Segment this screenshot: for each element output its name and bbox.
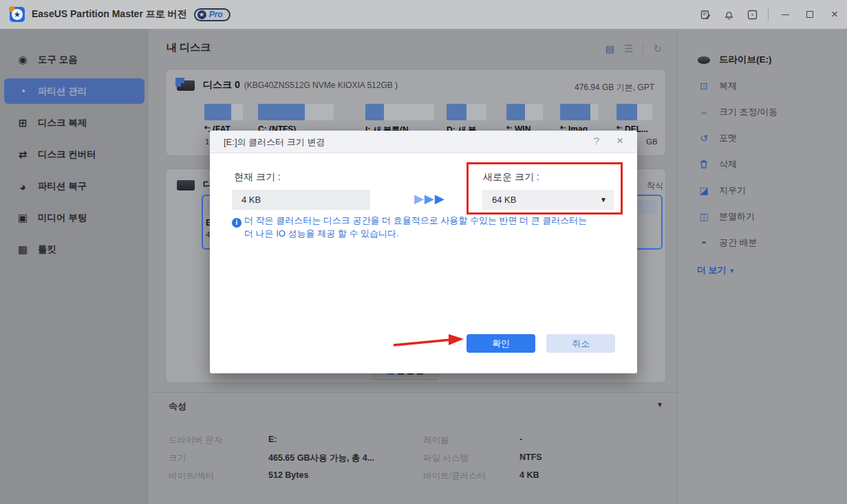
property-label: 드라이버 문자 <box>169 435 222 446</box>
titlebar: ★ EaseUS Partition Master 프로 버전 ★ Pro × <box>0 0 847 29</box>
partition-size-fragment: GB <box>646 138 658 146</box>
transition-arrows-icon: ▶▶▶ <box>414 191 445 206</box>
page-title: 내 디스크 <box>167 41 211 54</box>
compass-icon: ◉ <box>17 54 29 66</box>
sidebar-item-6[interactable]: ▦툴킷 <box>4 234 144 265</box>
property-value: - <box>519 435 522 444</box>
sidebar-item-5[interactable]: ▣미디어 부팅 <box>4 202 144 234</box>
sidebar-item-label: 툴킷 <box>38 243 56 256</box>
copy-icon: ⊡ <box>697 80 711 91</box>
partition-bar-2[interactable] <box>365 104 434 120</box>
right-panel-item-0[interactable]: ⊡복제 <box>678 73 847 99</box>
dialog-title: [E:]의 클러스터 크기 변경 <box>224 136 325 149</box>
sidebar-item-2[interactable]: ⊞디스크 복제 <box>4 107 144 139</box>
notes-icon[interactable] <box>694 0 717 29</box>
dialog-close-icon[interactable]: × <box>613 134 627 148</box>
list-view-icon[interactable]: ☰ <box>624 43 633 55</box>
more-options-link[interactable]: 더 보기 ▼ <box>697 264 847 276</box>
pro-badge: ★ Pro <box>194 8 230 21</box>
disk0-name: 디스크 0 <box>203 79 240 91</box>
properties-collapse-icon[interactable]: ▼ <box>656 401 663 408</box>
properties-title: 속성 <box>169 400 186 413</box>
titlebar-separator <box>768 8 769 21</box>
app-title: EaseUS Partition Master 프로 버전 <box>32 8 187 21</box>
right-panel-item-5[interactable]: ◫분열하기 <box>678 204 847 230</box>
partition-bar-3[interactable] <box>447 104 486 120</box>
view-separator <box>643 43 643 54</box>
right-operations-panel: 드라이브(E:)⊡복제⇔크기 조정/이동↺포맷삭제◪지우기◫분열하기◓공간 배분… <box>677 29 847 504</box>
sidebar-item-label: 도구 모음 <box>38 54 78 66</box>
property-label: 바이트/섹터 <box>169 470 214 482</box>
sidebar-item-label: 미디어 부팅 <box>38 212 87 224</box>
right-panel-item-1[interactable]: ⇔크기 조정/이동 <box>678 99 847 125</box>
sidebar-item-label: 파티션 관리 <box>38 85 87 98</box>
erase-icon: ◪ <box>697 185 711 196</box>
sidebar-item-label: 파티션 복구 <box>38 180 87 193</box>
partition-bar-6[interactable] <box>617 104 652 120</box>
dialog-help-icon[interactable]: ? <box>590 135 603 146</box>
grid-view-icon[interactable]: ▤ <box>605 43 614 54</box>
right-panel-item-6[interactable]: ◓공간 배분 <box>678 230 847 256</box>
right-panel-drive-header[interactable]: 드라이브(E:) <box>678 47 847 73</box>
right-panel-item-2[interactable]: ↺포맷 <box>678 125 847 151</box>
sidebar-item-4[interactable]: ◕파티션 복구 <box>4 171 144 202</box>
sidebar-item-0[interactable]: ◉도구 모음 <box>4 44 144 76</box>
pie-chart-icon: ◔ <box>17 85 29 97</box>
sidebar-item-label: 디스크 컨버터 <box>38 149 96 161</box>
maximize-button[interactable] <box>797 0 822 29</box>
app-logo-icon: ★ <box>10 7 25 22</box>
disk1-summary-fragment: 착식 <box>647 180 663 192</box>
sidebar-item-label: 디스크 복제 <box>38 117 87 129</box>
partition-bar-1[interactable] <box>258 104 334 120</box>
pro-star-icon: ★ <box>197 10 206 19</box>
cancel-button[interactable]: 취소 <box>546 334 615 353</box>
feedback-panel-icon[interactable] <box>740 0 764 29</box>
partition-bar-0[interactable] <box>204 104 243 120</box>
confirm-button[interactable]: 확인 <box>467 334 535 353</box>
refresh-icon[interactable]: ↻ <box>653 43 662 55</box>
current-size-label: 현재 크기 : <box>234 171 281 184</box>
format-icon: ↺ <box>697 133 711 144</box>
easeus-partition-master-window: ★ EaseUS Partition Master 프로 버전 ★ Pro × … <box>0 0 847 504</box>
property-value: 512 Bytes <box>268 470 308 480</box>
cluster-info-text: i더 작은 클러스터는 디스크 공간을 더 효율적으로 사용할 수있는 반면 더… <box>232 215 617 239</box>
close-button[interactable]: × <box>822 0 847 29</box>
split-icon: ◫ <box>697 211 711 222</box>
disk-drive-icon <box>177 80 195 91</box>
property-label: 바이트/클러스터 <box>423 470 486 482</box>
media-boot-icon: ▣ <box>17 212 29 224</box>
property-value: E: <box>268 435 277 444</box>
minimize-button[interactable] <box>773 0 797 29</box>
resize-move-icon: ⇔ <box>697 107 711 118</box>
disk-convert-icon: ⇄ <box>17 149 29 161</box>
properties-divider <box>149 392 677 393</box>
sidebar-item-3[interactable]: ⇄디스크 컨버터 <box>4 139 144 171</box>
annotation-highlight-rectangle <box>467 162 623 215</box>
left-sidebar: ◉도구 모음◔파티션 관리⊞디스크 복제⇄디스크 컨버터◕파티션 복구▣미디어 … <box>0 29 149 504</box>
partition-bar-5[interactable] <box>560 104 598 120</box>
disk0-detail: (KBG40ZNS512G NVMe KIOXIA 512GB ) <box>244 80 398 90</box>
disk0-summary: 476.94 GB 기본, GPT <box>575 82 654 94</box>
property-label: 파일 시스템 <box>423 452 469 464</box>
partition-recovery-icon: ◕ <box>17 181 29 193</box>
disk-clone-icon: ⊞ <box>17 117 29 129</box>
partition-bar-4[interactable] <box>506 104 543 120</box>
property-label: 레이블 <box>423 435 449 446</box>
right-panel-item-3[interactable]: 삭제 <box>678 151 847 177</box>
notification-bell-icon[interactable] <box>717 0 740 29</box>
property-label: 크기 <box>169 452 186 464</box>
more-caret-icon: ▼ <box>729 267 735 274</box>
allocate-icon: ◓ <box>697 237 711 248</box>
toolkit-icon: ▦ <box>17 243 29 256</box>
property-value: NTFS <box>519 452 542 462</box>
property-value: 4 KB <box>519 470 539 480</box>
delete-icon <box>697 160 711 169</box>
current-size-field[interactable]: 4 KB <box>232 190 370 210</box>
right-panel-item-4[interactable]: ◪지우기 <box>678 177 847 204</box>
sidebar-item-1[interactable]: ◔파티션 관리 <box>4 78 144 104</box>
info-icon: i <box>232 218 242 228</box>
disk-drive-icon <box>177 180 195 190</box>
dialog-titlebar: [E:]의 클러스터 크기 변경 ? × <box>210 131 637 153</box>
partition-size-fragment: 1 <box>205 138 209 146</box>
property-value: 465.65 GB사용 가능, 총 4... <box>268 452 374 464</box>
